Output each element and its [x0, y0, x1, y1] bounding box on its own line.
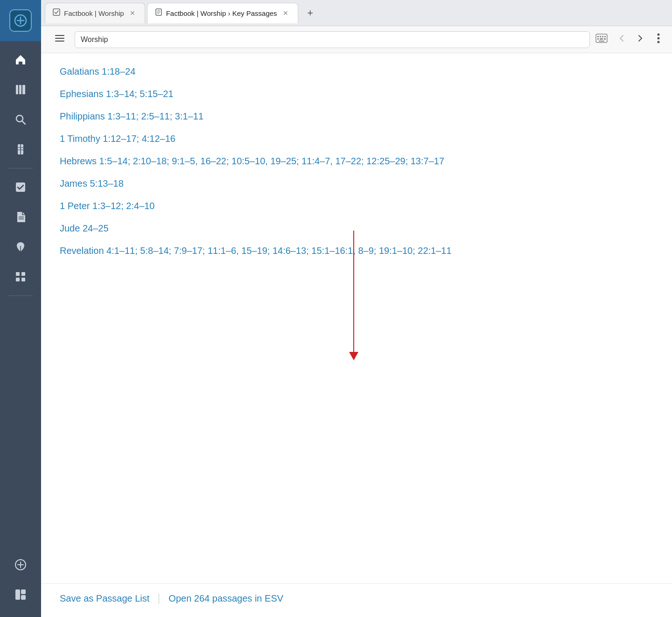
svg-line-7 — [22, 121, 26, 125]
svg-rect-4 — [19, 85, 21, 94]
main-content: Factbook | Worship ✕ Factbook | Worship … — [41, 0, 672, 617]
sidebar-item-search[interactable] — [0, 105, 41, 134]
svg-rect-25 — [21, 595, 26, 600]
back-button[interactable] — [613, 32, 630, 47]
svg-rect-24 — [21, 589, 26, 594]
svg-rect-35 — [597, 36, 599, 37]
tab-bar: Factbook | Worship ✕ Factbook | Worship … — [41, 0, 672, 26]
svg-rect-42 — [599, 41, 604, 42]
svg-rect-5 — [22, 85, 25, 94]
tab-1-icon — [53, 8, 60, 18]
sidebar-divider-1 — [8, 168, 33, 168]
sidebar-item-home[interactable] — [0, 45, 41, 75]
sidebar-item-grid[interactable] — [0, 262, 41, 292]
save-passage-list-link[interactable]: Save as Passage List — [60, 593, 149, 604]
passage-jude[interactable]: Jude 24–25 — [60, 221, 653, 235]
passage-galatians[interactable]: Galatians 1:18–24 — [60, 64, 653, 78]
sidebar-bottom — [0, 550, 41, 617]
app-logo[interactable] — [0, 0, 41, 41]
open-passages-link[interactable]: Open 264 passages in ESV — [168, 593, 283, 604]
sidebar-item-library[interactable] — [0, 75, 41, 105]
svg-rect-41 — [604, 38, 606, 40]
svg-rect-3 — [16, 85, 18, 94]
svg-rect-18 — [16, 278, 20, 281]
svg-rect-17 — [21, 272, 25, 276]
forward-button[interactable] — [632, 32, 649, 47]
svg-rect-40 — [600, 38, 603, 40]
svg-rect-39 — [597, 38, 599, 40]
tab-factbook-worship[interactable]: Factbook | Worship ✕ — [45, 3, 145, 23]
svg-rect-37 — [602, 36, 603, 37]
tab-2-close[interactable]: ✕ — [281, 8, 290, 18]
tab-2-label: Factbook | Worship › Key Passages — [166, 9, 277, 17]
more-options-button[interactable] — [654, 31, 663, 48]
tab-2-icon — [155, 8, 162, 18]
sidebar-item-checklist[interactable] — [0, 172, 41, 202]
footer: Save as Passage List Open 264 passages i… — [41, 583, 672, 617]
passage-ephesians[interactable]: Ephesians 1:3–14; 5:15–21 — [60, 87, 653, 101]
tab-factbook-worship-key-passages[interactable]: Factbook | Worship › Key Passages ✕ — [147, 3, 298, 23]
sidebar — [0, 0, 41, 617]
passage-timothy[interactable]: 1 Timothy 1:12–17; 4:12–16 — [60, 132, 653, 146]
toolbar — [41, 26, 672, 53]
toolbar-nav — [613, 32, 649, 47]
footer-divider — [159, 594, 159, 604]
menu-button[interactable] — [50, 31, 69, 49]
content-area: Galatians 1:18–24 Ephesians 1:3–14; 5:15… — [41, 53, 672, 576]
svg-rect-19 — [21, 278, 25, 281]
svg-rect-26 — [53, 9, 60, 15]
sidebar-item-documents[interactable] — [0, 202, 41, 232]
tab-1-label: Factbook | Worship — [64, 9, 124, 17]
tab-add-button[interactable]: + — [302, 5, 319, 21]
svg-point-44 — [658, 37, 660, 40]
search-input[interactable] — [75, 31, 590, 48]
svg-point-45 — [658, 41, 660, 43]
svg-rect-16 — [16, 272, 20, 276]
svg-rect-38 — [604, 36, 606, 37]
passage-peter[interactable]: 1 Peter 1:3–12; 2:4–10 — [60, 199, 653, 213]
sidebar-item-notes[interactable] — [0, 134, 41, 164]
svg-rect-36 — [600, 36, 601, 37]
keyboard-icon[interactable] — [595, 34, 608, 45]
tab-1-close[interactable]: ✕ — [128, 8, 137, 18]
passage-philippians[interactable]: Philippians 1:3–11; 2:5–11; 3:1–11 — [60, 109, 653, 123]
sidebar-item-add[interactable] — [0, 550, 41, 580]
sidebar-item-layout[interactable] — [0, 580, 41, 610]
sidebar-nav — [0, 41, 41, 300]
sidebar-divider-2 — [8, 295, 33, 296]
svg-rect-23 — [15, 589, 20, 600]
logo-icon — [9, 9, 32, 32]
svg-point-43 — [658, 34, 660, 36]
sidebar-item-leaf[interactable] — [0, 232, 41, 262]
passage-james[interactable]: James 5:13–18 — [60, 176, 653, 190]
passage-hebrews[interactable]: Hebrews 1:5–14; 2:10–18; 9:1–5, 16–22; 1… — [60, 154, 653, 168]
passage-revelation[interactable]: Revelation 4:1–11; 5:8–14; 7:9–17; 11:1–… — [60, 244, 653, 258]
